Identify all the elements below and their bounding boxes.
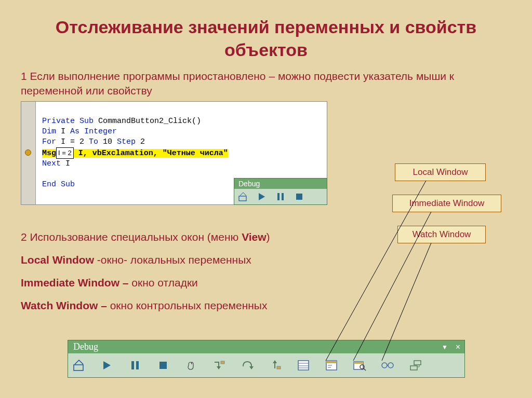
- svg-rect-0: [239, 196, 246, 201]
- keyword: End Sub: [42, 180, 75, 189]
- watch-window-icon[interactable]: [354, 360, 365, 371]
- immediate-window-icon[interactable]: [326, 360, 337, 371]
- svg-rect-14: [277, 366, 281, 369]
- play-icon[interactable]: [101, 360, 113, 371]
- close-icon[interactable]: ×: [456, 342, 460, 352]
- svg-line-26: [364, 368, 366, 370]
- keyword: To: [89, 138, 98, 146]
- debug-titlebar-large[interactable]: Debug ▼ ×: [68, 340, 464, 353]
- code-content: Private Sub CommandButton2_Click() Dim I…: [42, 106, 228, 190]
- svg-rect-15: [298, 361, 309, 370]
- debug-buttons-row: [234, 189, 327, 204]
- quick-watch-icon[interactable]: [382, 360, 393, 371]
- pause-icon[interactable]: [275, 191, 286, 202]
- step-over-icon[interactable]: [242, 360, 253, 371]
- svg-point-28: [388, 363, 393, 368]
- svg-rect-31: [410, 366, 417, 370]
- svg-rect-11: [221, 361, 224, 364]
- call-stack-icon[interactable]: [410, 360, 421, 371]
- svg-marker-1: [259, 193, 265, 200]
- svg-rect-24: [354, 362, 363, 364]
- play-icon[interactable]: [256, 191, 268, 202]
- step-out-icon[interactable]: [270, 360, 281, 371]
- code-gutter: [21, 102, 36, 204]
- hand-breakpoint-icon[interactable]: [185, 360, 197, 371]
- svg-point-27: [382, 363, 387, 368]
- keyword: As Integer: [70, 127, 117, 136]
- callout-immediate-window: Immediate Window: [392, 195, 501, 212]
- svg-rect-5: [74, 365, 83, 370]
- svg-rect-7: [131, 361, 134, 369]
- debug-toolbar-small: Debug: [234, 178, 327, 205]
- toolbar-row: [68, 353, 464, 377]
- svg-rect-8: [136, 361, 139, 369]
- stop-icon[interactable]: [157, 360, 169, 371]
- debug-titlebar: Debug: [234, 179, 327, 189]
- svg-rect-2: [277, 193, 280, 200]
- step-into-icon[interactable]: [214, 360, 225, 371]
- keyword: Dim: [42, 127, 56, 136]
- breakpoint-marker: [25, 149, 31, 156]
- svg-rect-3: [282, 193, 284, 200]
- callout-watch-window: Watch Window: [397, 226, 486, 243]
- stop-icon[interactable]: [294, 191, 305, 202]
- keyword: For: [42, 138, 56, 146]
- keyword: Step: [117, 138, 136, 146]
- slide-title: Отслеживание значений переменных и свойс…: [0, 0, 532, 66]
- svg-rect-9: [159, 362, 167, 369]
- svg-rect-4: [296, 194, 302, 200]
- paragraph-1: 1 Если выполнение программы приостановле…: [0, 66, 532, 100]
- dropdown-arrow-icon[interactable]: ▼: [442, 344, 448, 351]
- debug-toolbar-large: Debug ▼ ×: [68, 340, 465, 378]
- pause-icon[interactable]: [129, 360, 141, 371]
- design-mode-icon[interactable]: [237, 191, 249, 202]
- keyword: Next: [42, 159, 61, 168]
- code-editor: Private Sub CommandButton2_Click() Dim I…: [21, 101, 327, 205]
- keyword: Private Sub: [42, 117, 94, 126]
- callout-local-window: Local Window: [395, 163, 486, 181]
- svg-rect-30: [414, 361, 421, 365]
- svg-marker-6: [103, 361, 111, 369]
- svg-marker-10: [217, 366, 221, 369]
- svg-marker-13: [273, 360, 277, 363]
- value-tooltip: I = 2: [56, 147, 74, 159]
- svg-marker-12: [249, 366, 254, 369]
- paragraph-2: 2 Использование специальных окон (меню V…: [21, 226, 270, 317]
- locals-window-icon[interactable]: [298, 360, 309, 371]
- highlighted-line: Msg: [42, 149, 56, 158]
- design-mode-icon[interactable]: [73, 360, 85, 371]
- svg-rect-20: [326, 361, 337, 363]
